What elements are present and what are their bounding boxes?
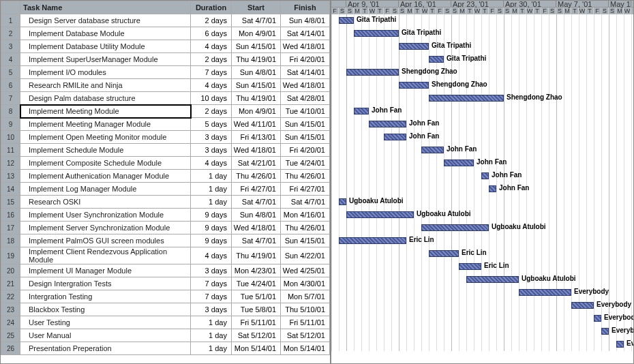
table-row[interactable]: 2Implement Database Module6 daysMon 4/9/… [1,27,330,40]
start-cell[interactable]: Sun 4/15/01 [232,79,281,92]
finish-cell[interactable]: Sun 4/8/01 [281,14,330,27]
gantt-bar[interactable] [339,17,354,24]
row-number[interactable]: 20 [1,264,20,277]
row-number[interactable]: 4 [1,53,20,66]
row-number[interactable]: 3 [1,40,20,53]
duration-cell[interactable]: 4 days [191,40,232,53]
task-name-cell[interactable]: Implement Authenication Manager Module [20,170,191,183]
start-cell[interactable]: Wed 4/18/01 [232,222,281,234]
gantt-bar[interactable] [519,289,571,296]
gantt-bar[interactable] [399,82,429,89]
duration-cell[interactable]: 1 day [191,342,232,355]
table-row[interactable]: 4Implement SuperUserManager Module2 days… [1,53,330,66]
task-name-cell[interactable]: Implement Client Rendezvous Application … [20,247,191,264]
duration-cell[interactable]: 4 days [191,247,232,264]
start-cell[interactable]: Fri 4/13/01 [232,131,281,144]
gantt-bar[interactable] [594,315,601,322]
start-cell[interactable]: Mon 4/23/01 [232,264,281,277]
task-name-cell[interactable]: Implement User Synchronization Module [20,209,191,222]
task-name-cell[interactable]: Implement Log Manager Module [20,183,191,196]
duration-cell[interactable]: 1 day [191,316,232,329]
row-number[interactable]: 25 [1,329,20,342]
row-number[interactable]: 17 [1,222,20,234]
table-row[interactable]: 24User Testing1 dayFri 5/11/01Fri 5/11/0… [1,316,330,329]
col-finish[interactable]: Finish [281,1,330,14]
task-name-cell[interactable]: Blackbox Testing [20,303,191,316]
task-name-cell[interactable]: Design Server database structure [20,14,191,27]
task-name-cell[interactable]: Implement Meeting Module [20,105,191,118]
row-number[interactable]: 22 [1,290,20,303]
col-start[interactable]: Start [232,1,281,14]
task-name-cell[interactable]: Implement Open Meeting Monitor module [20,131,191,144]
start-cell[interactable]: Sun 4/15/01 [232,40,281,53]
row-number[interactable]: 14 [1,183,20,196]
row-number[interactable]: 9 [1,118,20,131]
start-cell[interactable]: Thu 4/19/01 [232,92,281,105]
table-row[interactable]: 3Implement Database Utility Module4 days… [1,40,330,53]
duration-cell[interactable]: 2 days [191,105,232,118]
gantt-bar[interactable] [466,276,519,283]
gantt-bar[interactable] [369,121,406,127]
table-row[interactable]: 14Implement Log Manager Module1 dayFri 4… [1,183,330,196]
gantt-bar[interactable] [354,30,399,37]
table-row[interactable]: 11Implement Schedule Module3 daysWed 4/1… [1,144,330,157]
row-number[interactable]: 16 [1,209,20,222]
start-cell[interactable]: Tue 4/24/01 [232,277,281,290]
duration-cell[interactable]: 4 days [191,157,232,170]
start-cell[interactable]: Fri 5/11/01 [232,316,281,329]
duration-cell[interactable]: 3 days [191,144,232,157]
row-number[interactable]: 21 [1,277,20,290]
task-name-cell[interactable]: Design Palm database structure [20,92,191,105]
task-name-cell[interactable]: Implement Database Utility Module [20,40,191,53]
duration-cell[interactable]: 2 days [191,14,232,27]
table-row[interactable]: 21Design Intergration Tests7 daysTue 4/2… [1,277,330,290]
finish-cell[interactable]: Mon 4/16/01 [281,209,330,222]
start-cell[interactable]: Mon 4/9/01 [232,105,281,118]
row-number[interactable]: 23 [1,303,20,316]
finish-cell[interactable]: Sat 4/7/01 [281,196,330,209]
gantt-bar[interactable] [616,341,624,348]
duration-cell[interactable]: 3 days [191,131,232,144]
gantt-bar[interactable] [421,224,489,231]
start-cell[interactable]: Sat 4/21/01 [232,157,281,170]
finish-cell[interactable]: Thu 4/26/01 [281,170,330,183]
row-number[interactable]: 7 [1,92,20,105]
row-number[interactable]: 11 [1,144,20,157]
task-name-cell[interactable]: Implement I/O modules [20,66,191,79]
gantt-bar[interactable] [399,43,429,50]
task-name-cell[interactable]: Implement Meeting Manager Module [20,118,191,131]
duration-cell[interactable]: 9 days [191,234,232,247]
task-name-cell[interactable]: User Testing [20,316,191,329]
table-row[interactable]: 26Presentation Preperation1 dayMon 5/14/… [1,342,330,355]
duration-cell[interactable]: 1 day [191,170,232,183]
duration-cell[interactable]: 1 day [191,196,232,209]
duration-cell[interactable]: 3 days [191,264,232,277]
task-name-cell[interactable]: Implement SuperUserManager Module [20,53,191,66]
row-number[interactable]: 12 [1,157,20,170]
gantt-bar[interactable] [429,56,444,63]
gantt-bar[interactable] [601,328,609,335]
start-cell[interactable]: Thu 4/19/01 [232,53,281,66]
gantt-bar[interactable] [346,211,414,218]
duration-cell[interactable]: 7 days [191,277,232,290]
duration-cell[interactable]: 1 day [191,329,232,342]
row-number[interactable]: 6 [1,79,20,92]
duration-cell[interactable]: 6 days [191,27,232,40]
task-table[interactable]: Task Name Duration Start Finish 1Design … [1,1,330,355]
finish-cell[interactable]: Tue 4/10/01 [281,105,330,118]
col-task[interactable]: Task Name [20,1,191,14]
gantt-bar[interactable] [489,185,496,192]
row-number[interactable]: 24 [1,316,20,329]
table-row[interactable]: 17Implement Server Synchronization Modul… [1,222,330,234]
finish-cell[interactable]: Sun 4/15/01 [281,234,330,247]
table-row[interactable]: 10Implement Open Meeting Monitor module3… [1,131,330,144]
gantt-bar[interactable] [429,95,504,102]
duration-cell[interactable]: 9 days [191,209,232,222]
table-row[interactable]: 9Implement Meeting Manager Module5 daysW… [1,118,330,131]
start-cell[interactable]: Mon 5/14/01 [232,342,281,355]
task-name-cell[interactable]: Intergration Testing [20,290,191,303]
table-row[interactable]: 13Implement Authenication Manager Module… [1,170,330,183]
table-row[interactable]: 22Intergration Testing7 daysTue 5/1/01Mo… [1,290,330,303]
row-number[interactable]: 13 [1,170,20,183]
finish-cell[interactable]: Fri 5/11/01 [281,316,330,329]
